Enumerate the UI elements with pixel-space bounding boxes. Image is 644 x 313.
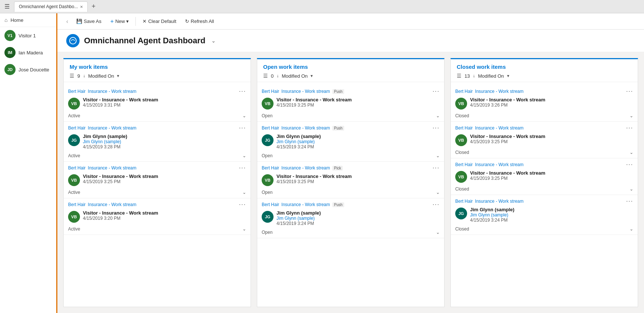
clear-icon: ✕ <box>142 18 147 24</box>
card-expand-icon[interactable]: ⌄ <box>630 186 633 192</box>
save-as-button[interactable]: 💾 Save As <box>73 17 105 26</box>
card-expand-icon[interactable]: ⌄ <box>242 226 246 232</box>
card-agent[interactable]: Bert Hair <box>455 162 473 167</box>
card-menu-icon[interactable]: ··· <box>626 88 633 95</box>
card-header: Bert Hair Insurance - Work stream ··· <box>455 88 633 95</box>
card-menu-icon[interactable]: ··· <box>239 125 246 131</box>
active-tab[interactable]: Omnichannel Agent Dashbo... ✕ <box>14 1 88 12</box>
card-status: Active <box>68 153 80 158</box>
column-tool-icon: ☰ <box>263 73 268 79</box>
card-menu-icon[interactable]: ··· <box>433 88 440 95</box>
card-expand-icon[interactable]: ⌄ <box>242 113 246 118</box>
work-item-card: Bert Hair Insurance - Work stream Push ·… <box>257 122 444 162</box>
card-name: Jim Glynn (sample) <box>276 210 440 216</box>
card-body: JG Jim Glynn (sample) Jim Glynn (sample)… <box>455 207 633 223</box>
page-title-dropdown-icon[interactable]: ⌄ <box>211 38 216 44</box>
card-menu-icon[interactable]: ··· <box>626 161 633 168</box>
card-menu-icon[interactable]: ··· <box>433 125 440 131</box>
sidebar-user-ian[interactable]: IM Ian Madera <box>0 44 56 61</box>
tab-close-icon[interactable]: ✕ <box>80 5 83 9</box>
avatar-ian: IM <box>4 47 16 58</box>
card-expand-icon[interactable]: ⌄ <box>242 153 246 158</box>
card-status: Active <box>68 190 80 195</box>
hamburger-icon[interactable]: ☰ <box>3 1 11 11</box>
column-sort-dropdown-icon[interactable]: ▾ <box>117 73 119 78</box>
card-name-link[interactable]: Jim Glynn (sample) <box>276 216 440 221</box>
card-stream[interactable]: Insurance - Work stream <box>88 165 136 171</box>
new-tab-button[interactable]: + <box>89 2 98 11</box>
new-button[interactable]: + New ▾ <box>107 17 133 26</box>
card-expand-icon[interactable]: ⌄ <box>242 190 246 195</box>
card-agent[interactable]: Bert Hair <box>68 202 85 207</box>
avatar-visitor1: V1 <box>4 30 16 41</box>
card-agent[interactable]: Bert Hair <box>262 89 279 94</box>
card-menu-icon[interactable]: ··· <box>433 201 440 208</box>
card-expand-icon[interactable]: ⌄ <box>436 113 440 118</box>
card-agent[interactable]: Bert Hair <box>262 125 279 131</box>
card-name: Visitor - Insurance - Work stream <box>470 97 633 102</box>
card-agent[interactable]: Bert Hair <box>68 125 85 131</box>
card-menu-icon[interactable]: ··· <box>239 201 246 208</box>
card-expand-icon[interactable]: ⌄ <box>630 113 633 118</box>
card-date: 4/15/2019 3:31 PM <box>83 102 246 108</box>
column-count: 0 <box>271 73 274 79</box>
card-stream[interactable]: Insurance - Work stream <box>281 165 330 171</box>
back-button[interactable]: ‹ <box>63 17 71 26</box>
clear-default-button[interactable]: ✕ Clear Default <box>139 17 180 26</box>
card-avatar: VB <box>68 98 80 110</box>
card-header-left: Bert Hair Insurance - Work stream Push <box>262 125 344 131</box>
sidebar-user-jose[interactable]: JD Jose Doucette <box>0 61 56 78</box>
card-agent[interactable]: Bert Hair <box>262 202 279 207</box>
new-icon: + <box>110 18 114 25</box>
work-item-card: Bert Hair Insurance - Work stream ··· VB… <box>451 158 638 195</box>
card-expand-icon[interactable]: ⌄ <box>630 226 633 232</box>
card-menu-icon[interactable]: ··· <box>626 198 633 205</box>
card-footer: Closed ⌄ <box>455 225 633 232</box>
card-status: Closed <box>455 150 469 155</box>
column-sort-arrow: ↓ <box>473 73 475 78</box>
card-menu-icon[interactable]: ··· <box>239 165 246 171</box>
card-menu-icon[interactable]: ··· <box>433 165 440 171</box>
card-tag: Push <box>332 126 345 131</box>
sidebar-user-visitor1[interactable]: V1 Visitor 1 <box>0 27 56 44</box>
card-stream[interactable]: Insurance - Work stream <box>475 125 523 131</box>
card-menu-icon[interactable]: ··· <box>239 88 246 95</box>
card-stream[interactable]: Insurance - Work stream <box>475 162 523 167</box>
card-body: JG Jim Glynn (sample) Jim Glynn (sample)… <box>262 210 440 226</box>
card-info: Jim Glynn (sample) Jim Glynn (sample) 4/… <box>470 207 633 223</box>
card-avatar: VB <box>262 174 274 186</box>
card-agent[interactable]: Bert Hair <box>455 125 473 131</box>
column-sort-dropdown-icon[interactable]: ▾ <box>507 73 509 78</box>
card-stream[interactable]: Insurance - Work stream <box>281 89 330 94</box>
work-item-card: Bert Hair Insurance - Work stream ··· VB… <box>64 198 251 235</box>
card-agent[interactable]: Bert Hair <box>68 89 85 94</box>
card-name-link[interactable]: Jim Glynn (sample) <box>470 212 633 218</box>
card-stream[interactable]: Insurance - Work stream <box>281 202 330 207</box>
card-stream[interactable]: Insurance - Work stream <box>475 199 523 204</box>
card-expand-icon[interactable]: ⌄ <box>436 230 440 235</box>
card-stream[interactable]: Insurance - Work stream <box>88 125 136 131</box>
card-agent[interactable]: Bert Hair <box>455 199 473 204</box>
card-agent[interactable]: Bert Hair <box>68 165 85 171</box>
card-date: 4/15/2019 3:25 PM <box>276 179 440 184</box>
card-avatar: VB <box>68 211 80 223</box>
sidebar-home[interactable]: ⌂ Home <box>0 13 56 27</box>
card-name-link[interactable]: Jim Glynn (sample) <box>83 139 246 144</box>
card-expand-icon[interactable]: ⌄ <box>436 190 440 195</box>
refresh-all-button[interactable]: ↻ Refresh All <box>181 17 218 26</box>
card-info: Jim Glynn (sample) Jim Glynn (sample) 4/… <box>83 134 246 149</box>
column-header-open-work-items: Open work items ☰ 0 ↓ Modified On ▾ <box>257 59 444 82</box>
card-stream[interactable]: Insurance - Work stream <box>475 89 523 94</box>
card-date: 4/15/2019 3:25 PM <box>470 139 633 144</box>
card-stream[interactable]: Insurance - Work stream <box>281 125 330 131</box>
card-name-link[interactable]: Jim Glynn (sample) <box>276 139 440 144</box>
card-agent[interactable]: Bert Hair <box>262 165 279 171</box>
column-sort-dropdown-icon[interactable]: ▾ <box>311 73 313 78</box>
card-menu-icon[interactable]: ··· <box>626 125 633 131</box>
card-stream[interactable]: Insurance - Work stream <box>88 89 136 94</box>
new-dropdown-icon[interactable]: ▾ <box>126 18 129 24</box>
card-expand-icon[interactable]: ⌄ <box>630 150 633 155</box>
card-stream[interactable]: Insurance - Work stream <box>88 202 136 207</box>
card-expand-icon[interactable]: ⌄ <box>436 153 440 158</box>
card-agent[interactable]: Bert Hair <box>455 89 473 94</box>
